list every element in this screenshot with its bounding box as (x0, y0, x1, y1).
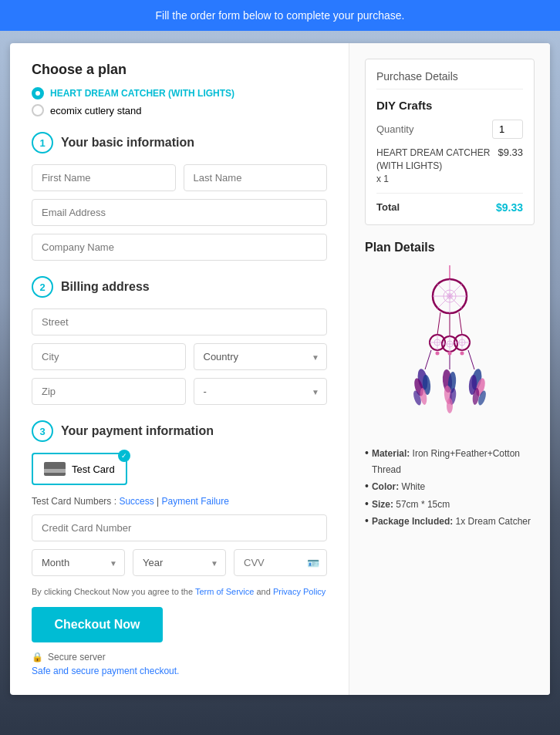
top-banner: Fill the order form below to complete yo… (0, 0, 560, 31)
terms-prefix: By clicking Checkout Now you agree to th… (32, 587, 195, 596)
month-wrapper: Month 0102 0304 0506 0708 0910 1112 (32, 549, 125, 576)
total-label: Total (376, 201, 400, 214)
svg-point-34 (447, 398, 453, 413)
company-input[interactable] (32, 234, 327, 261)
svg-point-43 (460, 352, 464, 356)
safe-text: Safe and secure payment checkout. (32, 666, 327, 676)
privacy-link[interactable]: Privacy Policy (273, 587, 326, 596)
city-country-row: Country (32, 343, 327, 370)
plan-option-2[interactable]: ecomix cutlery stand (32, 104, 327, 116)
state-wrapper: - (194, 378, 328, 405)
test-success-link[interactable]: Success (119, 496, 153, 507)
purchase-details-box: Purchase Details DIY Crafts Quantity HEA… (365, 59, 535, 225)
step1-circle: 1 (32, 132, 53, 153)
month-year-cvv-row: Month 0102 0304 0506 0708 0910 1112 Year… (32, 549, 327, 576)
cvv-wrapper: 🪪 (234, 549, 327, 576)
plan-option-2-label: ecomix cutlery stand (50, 105, 142, 116)
year-wrapper: Year 20242025 20262027 (133, 549, 226, 576)
choose-plan-title: Choose a plan (32, 62, 327, 78)
country-select[interactable]: Country (194, 343, 328, 370)
svg-line-10 (459, 312, 462, 335)
plan-details-title: Plan Details (365, 241, 535, 255)
email-row (32, 199, 327, 226)
feature-material: Material: Iron Ring+Feather+Cotton Threa… (365, 446, 535, 477)
left-panel: Choose a plan HEART DREAM CATCHER (WITH … (10, 43, 349, 695)
section2-header: 2 Billing address (32, 276, 327, 298)
radio-selected-icon[interactable] (32, 87, 44, 99)
section3-header: 3 Your payment information (32, 420, 327, 442)
item-row: HEART DREAM CATCHER (WITH LIGHTS) x 1 $9… (376, 147, 523, 194)
svg-point-7 (447, 293, 453, 299)
state-select[interactable]: - (194, 378, 328, 405)
svg-line-23 (425, 350, 431, 369)
month-select[interactable]: Month 0102 0304 0506 0708 0910 1112 (32, 549, 125, 576)
terms-middle: and (256, 587, 272, 596)
plan-option-1-label: HEART DREAM CATCHER (WITH LIGHTS) (50, 88, 234, 99)
banner-text: Fill the order form below to complete yo… (156, 9, 405, 22)
plan-features-list: Material: Iron Ring+Feather+Cotton Threa… (365, 446, 535, 529)
total-price: $9.33 (496, 201, 523, 214)
first-name-input[interactable] (32, 164, 176, 191)
quantity-label: Quantity (376, 123, 413, 135)
right-panel: Purchase Details DIY Crafts Quantity HEA… (349, 43, 550, 695)
total-row: Total $9.33 (376, 201, 523, 214)
payment-method-button[interactable]: Test Card ✓ (32, 453, 127, 485)
main-container: Choose a plan HEART DREAM CATCHER (WITH … (10, 43, 550, 695)
payment-method-label: Test Card (72, 464, 115, 475)
zip-input[interactable] (32, 378, 186, 405)
section1-title: Your basic information (61, 136, 194, 150)
country-wrapper: Country (194, 343, 328, 370)
tos-link[interactable]: Term of Service (195, 587, 254, 596)
step3-circle: 3 (32, 420, 53, 442)
terms-text: By clicking Checkout Now you agree to th… (32, 587, 327, 596)
credit-card-row (32, 514, 327, 541)
section1-header: 1 Your basic information (32, 132, 327, 153)
lock-icon: 🔒 (32, 652, 43, 663)
test-failure-link[interactable]: Payment Failure (162, 496, 229, 507)
quantity-row: Quantity (376, 120, 523, 139)
cvv-card-icon: 🪪 (307, 557, 319, 568)
dream-catcher-image (365, 265, 535, 435)
payment-method-wrapper: Test Card ✓ (32, 453, 127, 496)
svg-line-8 (437, 312, 440, 335)
diy-crafts-label: DIY Crafts (376, 99, 523, 112)
card-icon (44, 462, 66, 476)
checkout-button[interactable]: Checkout Now (32, 607, 163, 642)
purchase-details-title: Purchase Details (376, 70, 523, 89)
feature-size: Size: 57cm * 15cm (365, 497, 535, 512)
test-card-info: Test Card Numbers : Success | Payment Fa… (32, 496, 327, 507)
plan-option-1[interactable]: HEART DREAM CATCHER (WITH LIGHTS) (32, 87, 327, 99)
secure-info: 🔒 Secure server (32, 652, 327, 663)
step2-circle: 2 (32, 276, 53, 298)
email-input[interactable] (32, 199, 327, 226)
credit-card-input[interactable] (32, 514, 327, 541)
dream-catcher-svg (403, 265, 496, 435)
svg-line-35 (468, 350, 474, 369)
quantity-input[interactable] (492, 120, 523, 139)
street-input[interactable] (32, 308, 327, 335)
city-input[interactable] (32, 343, 186, 370)
street-row (32, 308, 327, 335)
name-row (32, 164, 327, 191)
secure-label: Secure server (48, 652, 106, 663)
company-row (32, 234, 327, 261)
svg-point-41 (436, 352, 440, 356)
year-select[interactable]: Year 20242025 20262027 (133, 549, 226, 576)
svg-point-42 (448, 352, 452, 356)
zip-state-row: - (32, 378, 327, 405)
item-price: $9.33 (498, 147, 523, 185)
feature-color: Color: White (365, 479, 535, 494)
radio-unselected-icon[interactable] (32, 104, 44, 116)
section2-title: Billing address (61, 280, 150, 294)
last-name-input[interactable] (184, 164, 328, 191)
section3-title: Your payment information (61, 424, 214, 438)
item-name: HEART DREAM CATCHER (WITH LIGHTS) x 1 (376, 147, 498, 185)
feature-package: Package Included: 1x Dream Catcher (365, 514, 535, 529)
check-badge-icon: ✓ (118, 450, 130, 462)
test-card-prefix: Test Card Numbers : (32, 496, 119, 507)
